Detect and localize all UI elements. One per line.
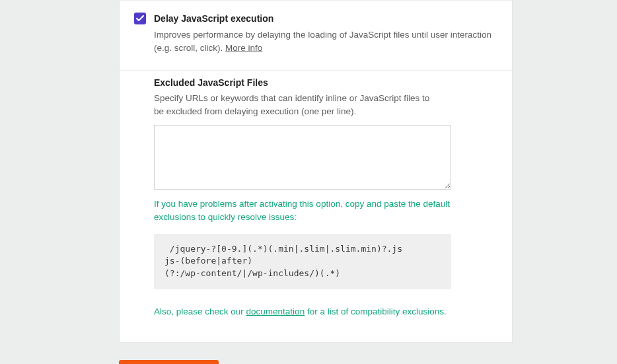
documentation-note: Also, please check our documentation for… [154,305,451,318]
excluded-js-title: Excluded JavaScript Files [154,77,497,88]
documentation-link[interactable]: documentation [246,307,305,316]
more-info-link[interactable]: More info [225,43,262,53]
check-icon [136,15,144,22]
excluded-js-section: Excluded JavaScript Files Specify URLs o… [120,77,512,343]
excluded-js-description: Specify URLs or keywords that can identi… [154,92,438,119]
delay-js-title: Delay JavaScript execution [154,13,273,24]
excluded-js-textarea[interactable] [154,125,451,190]
delay-js-desc-text: Improves performance by delaying the loa… [154,30,491,53]
doc-pre-text: Also, please check our [154,307,246,316]
save-changes-button[interactable]: SAVE CHANGES [119,360,219,364]
settings-panel: Delay JavaScript execution Improves perf… [119,0,513,343]
default-exclusions-code: /jquery-?[0-9.](.*)(.min|.slim|.slim.min… [154,234,451,290]
delay-js-description: Improves performance by delaying the loa… [154,28,497,55]
delay-js-checkbox[interactable] [134,13,146,24]
doc-post-text: for a list of compatibility exclusions. [305,307,447,316]
delay-js-section: Delay JavaScript execution Improves perf… [120,1,512,71]
excluded-js-help: If you have problems after activating th… [154,198,451,225]
delay-js-checkbox-row: Delay JavaScript execution [134,13,497,24]
